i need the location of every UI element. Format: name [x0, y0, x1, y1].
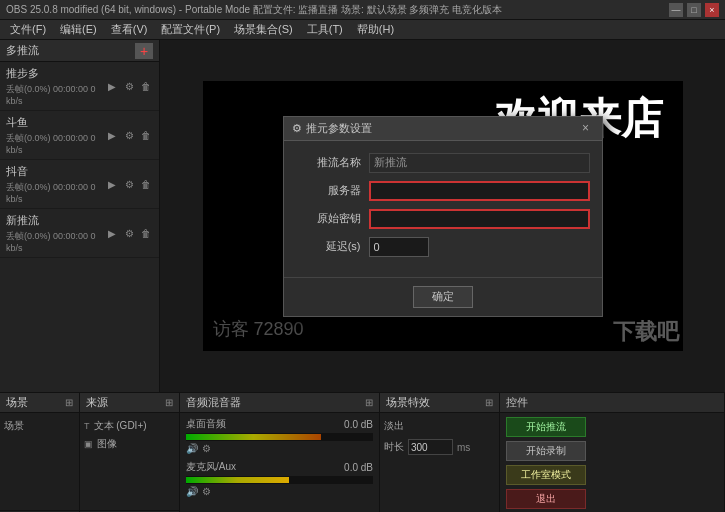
transitions-section: 场景特效 ⊞ 淡出 时长 ms [380, 393, 500, 512]
dialog-title-text: 推元参数设置 [306, 121, 372, 136]
settings-button[interactable]: ⚙ [122, 177, 136, 191]
sidebar: 多推流 + 推步多 丢帧(0.0%) 00:00:00 0 kb/s ▶ ⚙ 🗑… [0, 40, 160, 392]
label-stream-name: 推流名称 [296, 155, 361, 170]
mixer-channel-mic: 麦克风/Aux 0.0 dB 🔊 ⚙ [186, 460, 373, 497]
mixer-section: 音频混音器 ⊞ 桌面音频 0.0 dB 🔊 ⚙ [180, 393, 380, 512]
sources-header: 来源 ⊞ [80, 393, 179, 413]
bottom-panel: 场景 ⊞ 场景 + − ∧ ∨ 来源 ⊞ T 文本 (GDI+) ▣ 图像 [0, 392, 725, 512]
source-stats: 丢帧(0.0%) 00:00:00 0 kb/s [6, 230, 105, 253]
list-item: 新推流 丢帧(0.0%) 00:00:00 0 kb/s ▶ ⚙ 🗑 [0, 209, 159, 258]
scenes-section: 场景 ⊞ 场景 + − ∧ ∨ [0, 393, 80, 512]
duration-label: 时长 [384, 440, 404, 454]
scenes-title: 场景 [6, 395, 28, 410]
play-button[interactable]: ▶ [105, 226, 119, 240]
scenes-icon: ⊞ [65, 397, 73, 408]
dialog-row-delay: 延迟(s) [296, 237, 590, 257]
dialog-body: 推流名称 新推流 服务器 原始密钥 [284, 141, 602, 277]
main-area: 多推流 + 推步多 丢帧(0.0%) 00:00:00 0 kb/s ▶ ⚙ 🗑… [0, 40, 725, 392]
menu-profile[interactable]: 配置文件(P) [155, 20, 226, 39]
menubar: 文件(F) 编辑(E) 查看(V) 配置文件(P) 场景集合(S) 工具(T) … [0, 20, 725, 40]
delete-button[interactable]: 🗑 [139, 128, 153, 142]
transitions-header: 场景特效 ⊞ [380, 393, 499, 413]
minimize-button[interactable]: — [669, 3, 683, 17]
menu-file[interactable]: 文件(F) [4, 20, 52, 39]
delay-input[interactable] [369, 237, 429, 257]
scenes-header: 场景 ⊞ [0, 393, 79, 413]
duration-unit: ms [457, 442, 470, 453]
channel-bar-container [186, 476, 373, 484]
start-recording-button[interactable]: 开始录制 [506, 441, 586, 461]
source-label: 图像 [97, 437, 117, 451]
controls-section: 控件 开始推流 开始录制 工作室模式 退出 [500, 393, 725, 512]
dialog-row-name: 推流名称 新推流 [296, 153, 590, 173]
exit-button[interactable]: 退出 [506, 489, 586, 509]
sources-icon: ⊞ [165, 397, 173, 408]
dialog-close-button[interactable]: × [578, 120, 594, 136]
label-server: 服务器 [296, 183, 361, 198]
image-icon: ▣ [84, 439, 93, 449]
menu-scenes[interactable]: 场景集合(S) [228, 20, 299, 39]
volume-icon[interactable]: 🔊 [186, 443, 198, 454]
source-name: 推步多 [6, 66, 105, 81]
list-item: ▣ 图像 [84, 435, 175, 453]
stream-name-field: 新推流 [369, 153, 590, 173]
menu-view[interactable]: 查看(V) [105, 20, 154, 39]
mixer-header: 音频混音器 ⊞ [180, 393, 379, 413]
channel-name: 桌面音频 [186, 417, 226, 431]
label-delay: 延迟(s) [296, 239, 361, 254]
add-stream-button[interactable]: + [135, 43, 153, 59]
sidebar-title: 多推流 [6, 43, 39, 58]
settings-button[interactable]: ⚙ [122, 226, 136, 240]
mixer-channel-desktop: 桌面音频 0.0 dB 🔊 ⚙ [186, 417, 373, 454]
source-stats: 丢帧(0.0%) 00:00:00 0 kb/s [6, 132, 105, 155]
menu-tools[interactable]: 工具(T) [301, 20, 349, 39]
controls-content: 开始推流 开始录制 工作室模式 退出 [500, 413, 724, 512]
controls-header: 控件 [500, 393, 724, 413]
play-button[interactable]: ▶ [105, 79, 119, 93]
delete-button[interactable]: 🗑 [139, 226, 153, 240]
dialog-title: ⚙ 推元参数设置 [292, 121, 372, 136]
channel-name: 麦克风/Aux [186, 460, 236, 474]
scenes-content: 场景 [0, 413, 79, 510]
duration-input[interactable] [408, 439, 453, 455]
duration-row: 时长 ms [384, 439, 495, 455]
settings-button[interactable]: ⚙ [122, 79, 136, 93]
source-name: 抖音 [6, 164, 105, 179]
source-name: 新推流 [6, 213, 105, 228]
play-button[interactable]: ▶ [105, 177, 119, 191]
transition-item[interactable]: 淡出 [384, 417, 495, 435]
volume-icon[interactable]: 🔊 [186, 486, 198, 497]
sources-title: 来源 [86, 395, 108, 410]
dialog-ok-button[interactable]: 确定 [413, 286, 473, 308]
start-stream-button[interactable]: 开始推流 [506, 417, 586, 437]
window-controls[interactable]: — □ × [669, 3, 719, 17]
dialog-footer: 确定 [284, 277, 602, 316]
transitions-title: 场景特效 [386, 395, 430, 410]
sources-content: T 文本 (GDI+) ▣ 图像 [80, 413, 179, 510]
mixer-content: 桌面音频 0.0 dB 🔊 ⚙ 麦克风/Aux 0.0 dB [180, 413, 379, 512]
channel-settings-icon[interactable]: ⚙ [202, 443, 211, 454]
stream-key-input[interactable] [369, 209, 590, 229]
maximize-button[interactable]: □ [687, 3, 701, 17]
dialog-icon: ⚙ [292, 122, 302, 135]
delete-button[interactable]: 🗑 [139, 79, 153, 93]
list-item[interactable]: 场景 [4, 417, 75, 435]
settings-button[interactable]: ⚙ [122, 128, 136, 142]
channel-level-bar [186, 434, 321, 440]
delete-button[interactable]: 🗑 [139, 177, 153, 191]
window-title: OBS 25.0.8 modified (64 bit, windows) - … [6, 3, 502, 17]
menu-edit[interactable]: 编辑(E) [54, 20, 103, 39]
close-button[interactable]: × [705, 3, 719, 17]
transitions-content: 淡出 时长 ms [380, 413, 499, 512]
channel-bar-container [186, 433, 373, 441]
transitions-icon: ⊞ [485, 397, 493, 408]
mixer-title: 音频混音器 [186, 395, 241, 410]
channel-settings-icon[interactable]: ⚙ [202, 486, 211, 497]
studio-mode-button[interactable]: 工作室模式 [506, 465, 586, 485]
source-name: 斗鱼 [6, 115, 105, 130]
server-input[interactable] [369, 181, 590, 201]
source-stats: 丢帧(0.0%) 00:00:00 0 kb/s [6, 181, 105, 204]
play-button[interactable]: ▶ [105, 128, 119, 142]
sources-section: 来源 ⊞ T 文本 (GDI+) ▣ 图像 + ⚙ ∧ ∨ [80, 393, 180, 512]
menu-help[interactable]: 帮助(H) [351, 20, 400, 39]
